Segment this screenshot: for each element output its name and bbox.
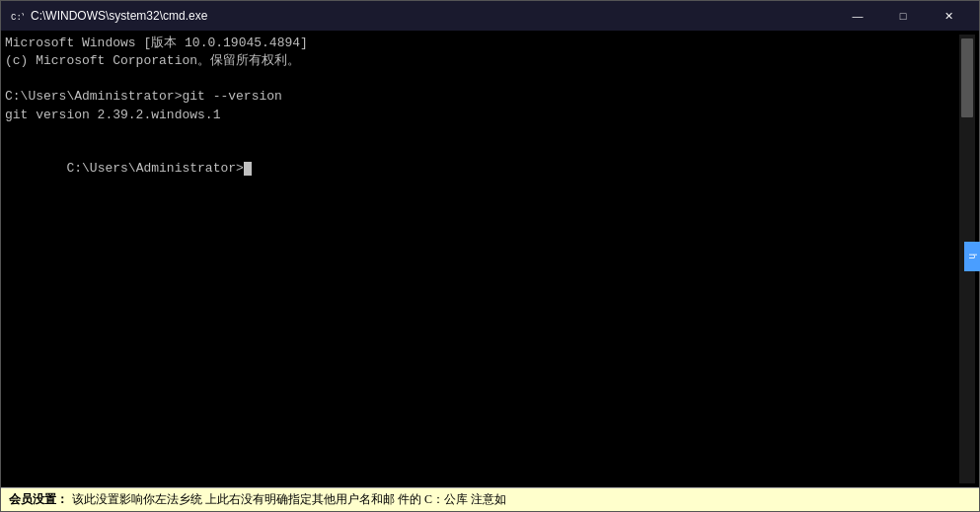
terminal-prompt-text: C:\Users\Administrator> [66,161,243,176]
maximize-button[interactable]: □ [880,1,926,31]
terminal-cursor [244,162,252,176]
window-title: C:\WINDOWS\system32\cmd.exe [31,9,835,23]
bottom-bar-label: 会员没置： [9,491,68,508]
terminal-line-6 [5,124,959,142]
terminal-line-2: (c) Microsoft Corporation。保留所有权利。 [5,52,959,70]
bottom-bar-text: 该此没置影响你左法乡统 上此右没有明确指定其他用户名和邮 件的 C：公库 注意如 [72,491,506,508]
minimize-button[interactable]: — [835,1,880,31]
terminal-line-1: Microsoft Windows [版本 10.0.19045.4894] [5,35,959,52]
terminal-line-4: C:\Users\Administrator>git --version [5,88,959,106]
svg-text:C:\: C:\ [11,13,24,23]
titlebar: C:\ C:\WINDOWS\system32\cmd.exe — □ ✕ [1,1,979,31]
window-controls: — □ ✕ [835,1,971,31]
right-tab[interactable]: h [964,242,980,271]
bottom-bar: 会员没置： 该此没置影响你左法乡统 上此右没有明确指定其他用户名和邮 件的 C：… [1,487,979,511]
terminal-body[interactable]: Microsoft Windows [版本 10.0.19045.4894] (… [1,31,979,487]
scrollbar-thumb[interactable] [961,38,973,117]
terminal-prompt-line: C:\Users\Administrator> [5,142,959,196]
cmd-window: C:\ C:\WINDOWS\system32\cmd.exe — □ ✕ Mi… [0,0,980,512]
terminal-line-3 [5,70,959,88]
cmd-icon: C:\ [9,8,25,24]
close-button[interactable]: ✕ [926,1,971,31]
terminal-line-5: git version 2.39.2.windows.1 [5,107,959,124]
terminal-content: Microsoft Windows [版本 10.0.19045.4894] (… [5,35,959,483]
